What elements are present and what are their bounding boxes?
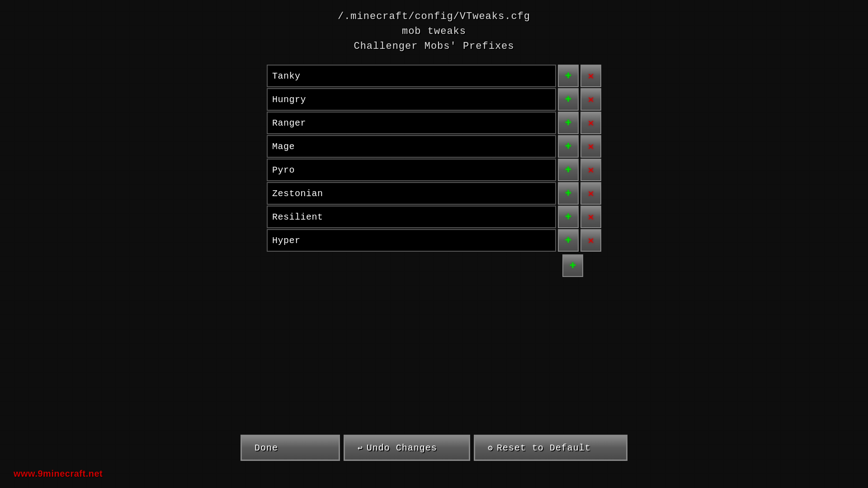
plus-icon: + xyxy=(565,164,571,176)
list-item: +✕ xyxy=(267,182,601,205)
list-item: +✕ xyxy=(267,159,601,181)
add-after-button-5[interactable]: + xyxy=(558,182,579,205)
add-after-button-2[interactable]: + xyxy=(558,112,579,134)
title-category: mob tweaks xyxy=(338,24,530,39)
entry-input-5[interactable] xyxy=(267,182,556,205)
reset-button[interactable]: ⚙ Reset to Default xyxy=(474,435,627,461)
watermark: www.9minecraft.net xyxy=(14,469,103,479)
add-entry-button[interactable]: + xyxy=(562,254,583,277)
remove-button-4[interactable]: ✕ xyxy=(580,159,601,181)
plus-icon: + xyxy=(565,235,571,247)
done-label: Done xyxy=(255,443,278,453)
add-after-button-0[interactable]: + xyxy=(558,65,579,87)
list-item: +✕ xyxy=(267,65,601,87)
plus-icon: + xyxy=(565,141,571,153)
list-item: +✕ xyxy=(267,112,601,134)
add-after-button-4[interactable]: + xyxy=(558,159,579,181)
list-item: +✕ xyxy=(267,88,601,111)
reset-icon: ⚙ xyxy=(488,443,493,453)
remove-icon: ✕ xyxy=(588,211,594,223)
add-after-button-6[interactable]: + xyxy=(558,206,579,228)
remove-button-0[interactable]: ✕ xyxy=(580,65,601,87)
remove-icon: ✕ xyxy=(588,70,594,82)
list-item: +✕ xyxy=(267,229,601,252)
plus-icon: + xyxy=(565,188,571,200)
remove-icon: ✕ xyxy=(588,235,594,247)
reset-label: Reset to Default xyxy=(497,443,591,453)
remove-icon: ✕ xyxy=(588,94,594,106)
remove-button-1[interactable]: ✕ xyxy=(580,88,601,111)
entry-input-6[interactable] xyxy=(267,206,556,228)
remove-button-6[interactable]: ✕ xyxy=(580,206,601,228)
entry-input-7[interactable] xyxy=(267,229,556,252)
add-after-button-7[interactable]: + xyxy=(558,229,579,252)
remove-button-3[interactable]: ✕ xyxy=(580,135,601,158)
entry-input-2[interactable] xyxy=(267,112,556,134)
entries-list: +✕+✕+✕+✕+✕+✕+✕+✕ xyxy=(267,65,601,253)
undo-label: Undo Changes xyxy=(367,443,437,453)
title-path: /.minecraft/config/VTweaks.cfg xyxy=(338,9,530,24)
remove-icon: ✕ xyxy=(588,188,594,200)
undo-icon: ↩ xyxy=(358,443,363,453)
entry-input-0[interactable] xyxy=(267,65,556,87)
remove-button-5[interactable]: ✕ xyxy=(580,182,601,205)
remove-button-2[interactable]: ✕ xyxy=(580,112,601,134)
title-subcategory: Challenger Mobs' Prefixes xyxy=(338,39,530,54)
done-button[interactable]: Done xyxy=(241,435,340,461)
list-item: +✕ xyxy=(267,135,601,158)
remove-icon: ✕ xyxy=(588,117,594,129)
undo-button[interactable]: ↩ Undo Changes xyxy=(344,435,470,461)
title-section: /.minecraft/config/VTweaks.cfg mob tweak… xyxy=(338,9,530,54)
plus-icon: + xyxy=(565,117,571,129)
add-after-button-3[interactable]: + xyxy=(558,135,579,158)
entry-input-4[interactable] xyxy=(267,159,556,181)
plus-icon: + xyxy=(570,260,576,272)
plus-icon: + xyxy=(565,70,571,82)
plus-icon: + xyxy=(565,94,571,106)
add-only-row: + xyxy=(285,254,583,277)
list-item: +✕ xyxy=(267,206,601,228)
bottom-bar: Done ↩ Undo Changes ⚙ Reset to Default xyxy=(241,435,627,461)
entry-input-1[interactable] xyxy=(267,88,556,111)
entry-input-3[interactable] xyxy=(267,135,556,158)
remove-icon: ✕ xyxy=(588,164,594,176)
remove-button-7[interactable]: ✕ xyxy=(580,229,601,252)
plus-icon: + xyxy=(565,211,571,223)
add-after-button-1[interactable]: + xyxy=(558,88,579,111)
remove-icon: ✕ xyxy=(588,141,594,153)
